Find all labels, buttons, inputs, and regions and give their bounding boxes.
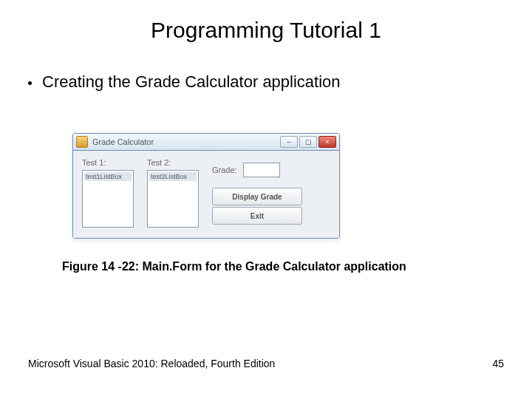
bullet-dot-icon bbox=[28, 81, 32, 85]
list-item[interactable]: test2ListBox bbox=[149, 172, 197, 181]
display-grade-button[interactable]: Display Grade bbox=[212, 188, 302, 205]
app-icon bbox=[76, 136, 88, 148]
figure-caption: Figure 14 -22: Main.Form for the Grade C… bbox=[62, 260, 406, 273]
vb-window: Grade Calculator – ▢ × Test 1: test1List… bbox=[72, 133, 340, 239]
test2-column: Test 2: test2ListBox bbox=[147, 158, 199, 228]
figure: Grade Calculator – ▢ × Test 1: test1List… bbox=[72, 133, 338, 239]
test2-listbox[interactable]: test2ListBox bbox=[147, 170, 199, 228]
test1-label: Test 1: bbox=[82, 158, 134, 167]
window-buttons: – ▢ × bbox=[280, 136, 336, 148]
maximize-button[interactable]: ▢ bbox=[299, 136, 317, 148]
test1-listbox[interactable]: test1ListBox bbox=[82, 170, 134, 228]
grade-row: Grade: bbox=[212, 163, 330, 177]
minimize-icon: – bbox=[281, 137, 297, 147]
exit-button[interactable]: Exit bbox=[212, 207, 302, 225]
right-column: Grade: Display Grade Exit bbox=[212, 163, 330, 228]
window-body: Test 1: test1ListBox Test 2: test2ListBo… bbox=[73, 151, 339, 238]
page-number: 45 bbox=[492, 358, 504, 369]
window-title: Grade Calculator bbox=[92, 137, 276, 146]
footer-source: Microsoft Visual Basic 2010: Reloaded, F… bbox=[28, 358, 275, 369]
close-icon: × bbox=[319, 137, 335, 147]
grade-label: Grade: bbox=[212, 166, 237, 174]
maximize-icon: ▢ bbox=[300, 137, 316, 147]
bullet-text: Creating the Grade Calculator applicatio… bbox=[42, 72, 341, 92]
test1-column: Test 1: test1ListBox bbox=[82, 158, 134, 228]
bullet-item: Creating the Grade Calculator applicatio… bbox=[28, 72, 341, 92]
list-item[interactable]: test1ListBox bbox=[84, 172, 132, 181]
window-titlebar: Grade Calculator – ▢ × bbox=[73, 134, 339, 151]
grade-output bbox=[243, 163, 280, 177]
slide-title: Programming Tutorial 1 bbox=[0, 18, 532, 43]
test2-label: Test 2: bbox=[147, 158, 199, 167]
button-stack: Display Grade Exit bbox=[212, 188, 330, 225]
close-button[interactable]: × bbox=[318, 136, 336, 148]
minimize-button[interactable]: – bbox=[280, 136, 298, 148]
